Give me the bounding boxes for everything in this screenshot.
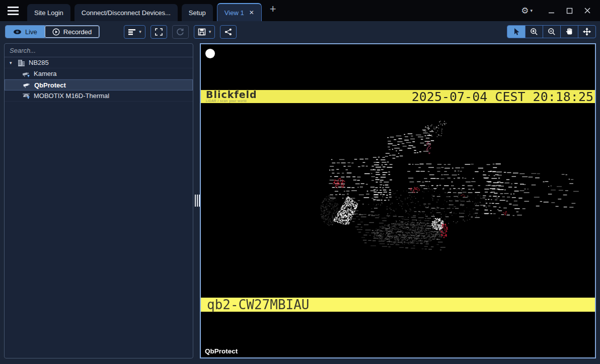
live-label: Live <box>25 28 37 36</box>
select-cursor-button[interactable] <box>507 26 525 38</box>
chevron-down-icon: ▾ <box>530 9 533 13</box>
overlay-bar-top: Blickfeld LiDAR / scan your world 2025-0… <box>201 90 595 103</box>
view-tool-group: ▾ ▾ <box>124 25 237 39</box>
save-export-button[interactable]: ▾ <box>194 25 215 39</box>
camera-name-label: QbProtect <box>205 347 238 355</box>
search-input[interactable] <box>5 44 193 57</box>
settings-menu-button[interactable]: ⚙ ▾ <box>521 7 533 15</box>
pointer-tool-group <box>507 25 596 38</box>
chevron-down-icon: ▾ <box>139 30 141 34</box>
minimize-icon <box>548 8 555 14</box>
tab-label: Connect/Disconnect Devices... <box>82 9 171 17</box>
share-icon <box>224 28 232 36</box>
new-tab-button[interactable]: + <box>270 3 276 16</box>
tab-close-icon[interactable]: ✕ <box>249 9 254 16</box>
site-label: NB285 <box>29 59 49 66</box>
maximize-icon <box>566 8 573 14</box>
titlebar: Site Login Connect/Disconnect Devices...… <box>0 0 600 21</box>
layout-icon <box>128 28 136 36</box>
minimize-button[interactable] <box>544 4 559 17</box>
pan-hand-button[interactable] <box>560 26 578 38</box>
camera-icon <box>22 70 31 77</box>
layout-select-button[interactable]: ▾ <box>124 25 145 39</box>
site-building-icon <box>17 59 26 66</box>
eye-icon <box>13 29 22 35</box>
device-tree-panel: ▾ NB285 Kamera QbProtect MOBOTIX <box>4 43 193 358</box>
save-icon <box>198 28 206 36</box>
move-arrows-icon <box>583 28 591 36</box>
blickfeld-logo: Blickfeld <box>206 90 257 100</box>
titlebar-right: ⚙ ▾ <box>521 4 600 17</box>
zoom-in-icon <box>530 28 538 36</box>
brand-tagline: LiDAR / scan your world <box>206 100 257 103</box>
refresh-icon <box>176 28 184 36</box>
toolbar: Live Recorded ▾ ▾ <box>0 21 600 42</box>
hamburger-menu-icon[interactable] <box>4 3 22 18</box>
tree-node-qbprotect[interactable]: QbProtect <box>5 79 193 90</box>
tab-connect-disconnect-devices[interactable]: Connect/Disconnect Devices... <box>74 4 178 21</box>
close-button[interactable] <box>580 4 595 17</box>
tree-node-mobotix-thermal[interactable]: MOBOTIX M16D-Thermal <box>5 90 193 102</box>
tab-setup[interactable]: Setup <box>182 4 213 21</box>
tab-site-login[interactable]: Site Login <box>27 4 70 21</box>
zoom-out-button[interactable] <box>543 26 560 38</box>
tree-node-kamera[interactable]: Kamera <box>5 68 193 79</box>
device-label: Kamera <box>34 70 57 77</box>
fullscreen-icon <box>155 28 163 36</box>
device-id-overlay: qb2-CW27MBIAU <box>201 297 310 312</box>
play-circle-icon <box>52 28 60 36</box>
share-button[interactable] <box>220 25 237 39</box>
tab-label: View 1 <box>224 9 244 17</box>
recorded-mode-button[interactable]: Recorded <box>45 26 99 38</box>
recorded-label: Recorded <box>63 28 92 36</box>
brand-box: Blickfeld LiDAR / scan your world <box>206 90 257 103</box>
close-icon <box>584 7 591 14</box>
move-pan-button[interactable] <box>578 26 595 38</box>
search-row <box>5 44 193 57</box>
tab-label: Site Login <box>34 9 63 17</box>
splitter-grip-icon[interactable] <box>195 195 200 207</box>
zoom-out-icon <box>548 28 556 36</box>
main-content: ▾ NB285 Kamera QbProtect MOBOTIX <box>0 42 600 364</box>
zoom-in-button[interactable] <box>525 26 543 38</box>
cursor-arrow-icon <box>512 28 520 36</box>
tab-view-1[interactable]: View 1 ✕ <box>217 3 262 21</box>
status-dot-icon <box>205 49 215 58</box>
live-recorded-toggle: Live Recorded <box>5 25 100 38</box>
device-label: MOBOTIX M16D-Thermal <box>34 92 109 100</box>
fullscreen-button[interactable] <box>151 25 167 39</box>
refresh-button[interactable] <box>172 25 189 39</box>
chevron-down-icon: ▾ <box>209 30 211 34</box>
gear-icon: ⚙ <box>521 7 529 15</box>
panel-splitter[interactable] <box>193 42 200 357</box>
expander-icon[interactable]: ▾ <box>10 60 17 65</box>
video-tile-qbprotect[interactable]: Blickfeld LiDAR / scan your world 2025-0… <box>200 43 596 358</box>
dome-camera-icon <box>22 93 31 100</box>
timestamp-overlay: 2025-07-04 CEST 20:18:25 <box>412 89 595 104</box>
tab-label: Setup <box>189 9 206 17</box>
device-label: QbProtect <box>34 81 66 89</box>
camera-icon <box>22 81 31 88</box>
live-mode-button[interactable]: Live <box>6 26 45 38</box>
overlay-bar-bottom: qb2-CW27MBIAU <box>201 298 595 312</box>
hand-icon <box>566 28 573 36</box>
tree-node-site[interactable]: ▾ NB285 <box>5 57 193 68</box>
maximize-button[interactable] <box>562 4 577 17</box>
